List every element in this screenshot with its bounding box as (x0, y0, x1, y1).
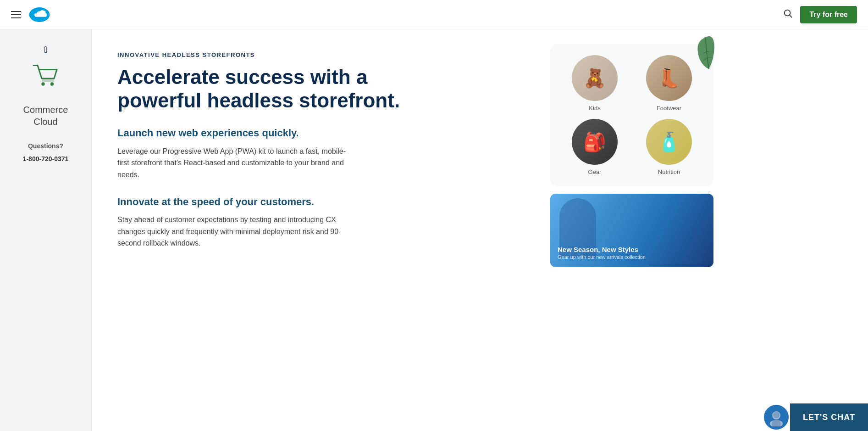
section2-heading: Innovate at the speed of your customers. (117, 196, 525, 209)
sidebar-chevron-up-icon[interactable]: ⇧ (42, 44, 50, 55)
salesforce-logo (28, 7, 50, 22)
svg-point-1 (785, 10, 791, 16)
site-header: Try for free (0, 0, 868, 29)
chat-button[interactable]: LET'S CHAT (790, 403, 868, 431)
svg-point-5 (50, 82, 54, 86)
gear-label: Gear (588, 168, 602, 175)
search-button[interactable] (783, 8, 793, 21)
footwear-product-image (646, 55, 692, 101)
search-icon (783, 8, 793, 18)
svg-point-4 (41, 82, 45, 86)
main-content: INNOVATIVE HEADLESS STOREFRONTS Accelera… (92, 29, 550, 431)
kids-label: Kids (589, 105, 600, 112)
svg-point-9 (772, 419, 781, 426)
section-2: Innovate at the speed of your customers.… (117, 196, 525, 249)
section1-heading: Launch new web experiences quickly. (117, 127, 525, 140)
svg-point-8 (773, 412, 780, 418)
nutrition-label: Nutrition (658, 168, 680, 175)
section1-body: Leverage our Progressive Web App (PWA) k… (117, 146, 356, 181)
svg-line-2 (790, 15, 792, 17)
kids-product-image (572, 55, 618, 101)
page-wrapper: ⇧ Commerce Cloud Questions? 1-800-720-03… (0, 29, 868, 431)
phone-number: 1-800-720-0371 (23, 155, 69, 162)
footwear-label: Footwear (657, 105, 681, 112)
header-right: Try for free (783, 6, 857, 23)
product-grid-card: Kids Footwear Gear Nutrition (550, 44, 713, 186)
product-category-nutrition: Nutrition (636, 119, 702, 175)
section2-body: Stay ahead of customer expectations by t… (117, 214, 356, 249)
promo-text: New Season, New Styles Gear up with our … (558, 246, 646, 260)
gear-product-image (572, 119, 618, 165)
try-free-button[interactable]: Try for free (800, 6, 857, 23)
hamburger-menu-button[interactable] (11, 11, 21, 18)
main-headline: Accelerate success with a powerful headl… (117, 66, 415, 112)
chat-avatar (763, 403, 790, 431)
promo-subtitle: Gear up with our new arrivals collection (558, 254, 646, 260)
product-category-kids: Kids (561, 55, 628, 112)
section-tag: INNOVATIVE HEADLESS STOREFRONTS (117, 51, 525, 58)
nutrition-product-image (646, 119, 692, 165)
commerce-cloud-icon (32, 62, 60, 93)
product-category-footwear: Footwear (636, 55, 702, 112)
promo-title: New Season, New Styles (558, 246, 646, 253)
svg-rect-3 (42, 79, 54, 82)
section-1: Launch new web experiences quickly. Leve… (117, 127, 525, 180)
product-name-label: Commerce Cloud (11, 104, 80, 128)
right-panel: Kids Footwear Gear Nutrition (550, 29, 724, 431)
product-category-gear: Gear (561, 119, 628, 175)
promo-card: New Season, New Styles Gear up with our … (550, 194, 713, 267)
questions-label: Questions? (28, 142, 63, 150)
header-left (11, 7, 50, 22)
sidebar: ⇧ Commerce Cloud Questions? 1-800-720-03… (0, 29, 92, 431)
chat-widget[interactable]: LET'S CHAT (763, 403, 868, 431)
